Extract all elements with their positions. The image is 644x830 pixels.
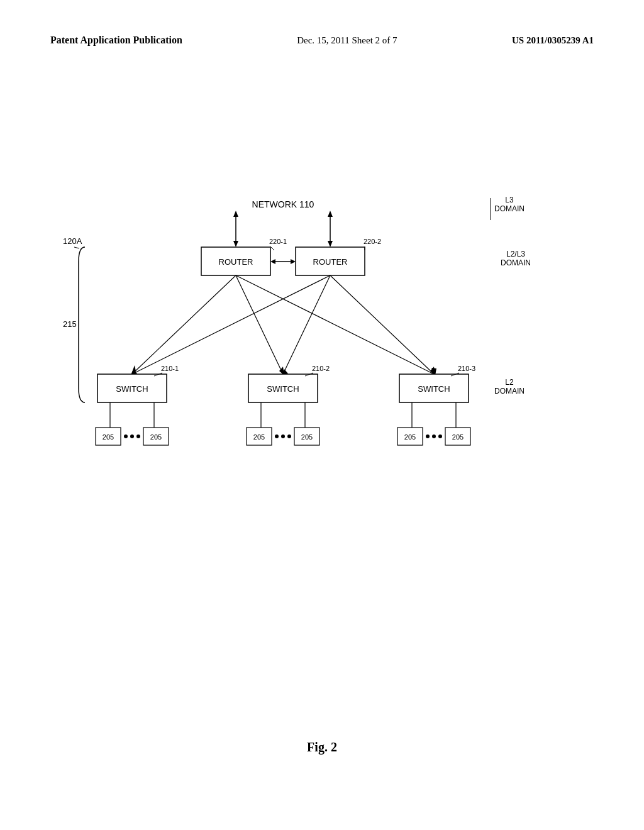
header-date-sheet: Dec. 15, 2011 Sheet 2 of 7: [297, 35, 397, 46]
switch3-id: 210-3: [458, 365, 475, 372]
svg-point-33: [275, 434, 279, 438]
network-diagram: NETWORK 110 ROUTER ROUTER 220-1 220-2: [50, 176, 594, 528]
figure-caption-text: Fig. 2: [307, 740, 337, 754]
router2-label: ROUTER: [313, 257, 348, 267]
router1-id: 220-1: [269, 238, 287, 245]
switch3-label: SWITCH: [418, 384, 450, 394]
node1b-label: 205: [150, 433, 162, 441]
figure-caption: Fig. 2: [0, 740, 644, 755]
svg-line-41: [74, 247, 79, 248]
svg-marker-4: [328, 211, 333, 217]
line215-label: 215: [63, 319, 77, 329]
svg-marker-5: [328, 241, 333, 247]
node2a-label: 205: [253, 433, 265, 441]
svg-point-40: [438, 434, 442, 438]
node3b-label: 205: [452, 433, 464, 441]
switch2-label: SWITCH: [267, 384, 299, 394]
svg-marker-1: [233, 211, 238, 217]
svg-point-28: [124, 434, 128, 438]
svg-point-39: [432, 434, 436, 438]
router1-label: ROUTER: [219, 257, 253, 267]
l3-domain-label: L3: [505, 196, 514, 204]
node1a-label: 205: [103, 433, 114, 441]
l2-domain-label1: L2: [505, 378, 514, 387]
bracket-label: 120A: [63, 236, 82, 246]
svg-line-13: [236, 275, 283, 374]
svg-point-34: [281, 434, 285, 438]
svg-point-35: [287, 434, 291, 438]
svg-point-30: [136, 434, 140, 438]
svg-line-17: [132, 275, 330, 374]
switch1-id: 210-1: [161, 365, 179, 372]
router2-id: 220-2: [364, 238, 381, 245]
svg-point-29: [130, 434, 134, 438]
page: Patent Application Publication Dec. 15, …: [0, 0, 644, 830]
svg-line-21: [330, 275, 434, 374]
svg-line-19: [283, 275, 330, 374]
svg-marker-2: [233, 241, 238, 247]
svg-marker-10: [270, 259, 275, 264]
l2l3-domain-label1: L2/L3: [506, 250, 525, 258]
svg-marker-9: [291, 259, 296, 264]
network-label: NETWORK 110: [252, 199, 314, 209]
diagram-container: NETWORK 110 ROUTER ROUTER 220-1 220-2: [50, 176, 594, 528]
header-patent-number: US 2011/0305239 A1: [512, 35, 594, 46]
switch1-label: SWITCH: [116, 384, 148, 394]
switch2-id: 210-2: [312, 365, 330, 372]
node2b-label: 205: [301, 433, 313, 441]
header: Patent Application Publication Dec. 15, …: [0, 35, 644, 46]
header-publication-label: Patent Application Publication: [50, 35, 182, 46]
l3-domain-label2: DOMAIN: [494, 204, 525, 213]
svg-line-11: [132, 275, 236, 374]
node3a-label: 205: [404, 433, 416, 441]
svg-point-38: [426, 434, 430, 438]
l2l3-domain-label2: DOMAIN: [501, 258, 531, 267]
l2-domain-label2: DOMAIN: [494, 387, 525, 396]
svg-line-6: [270, 246, 274, 250]
svg-line-15: [236, 275, 434, 374]
